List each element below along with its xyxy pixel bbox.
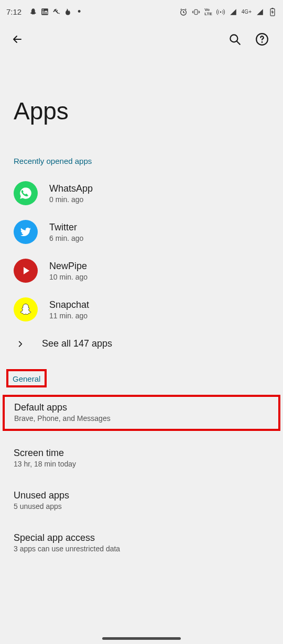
- svg-rect-1: [42, 11, 43, 14]
- signal-icon-1: [229, 8, 237, 16]
- svg-point-2: [42, 9, 43, 10]
- hotspot-icon: [216, 8, 225, 16]
- item-subtitle: 5 unused apps: [14, 502, 269, 510]
- alarm-icon: [179, 8, 188, 16]
- see-all-apps[interactable]: See all 147 apps: [0, 329, 283, 359]
- svg-point-5: [220, 11, 221, 13]
- svg-rect-7: [271, 8, 273, 9]
- app-meta: 6 min. ago: [49, 234, 83, 242]
- app-name: Snapchat: [49, 299, 89, 310]
- chevron-right-icon: [14, 340, 38, 348]
- search-icon: [228, 32, 242, 46]
- app-meta: 0 min. ago: [49, 195, 93, 204]
- item-title: Special app access: [14, 532, 269, 543]
- app-header: [0, 24, 283, 55]
- tools-notification-icon: [52, 8, 60, 16]
- newpipe-icon: [14, 259, 38, 283]
- twitter-icon: [14, 220, 38, 244]
- status-bar: 7:12 • VoLTE: [0, 0, 283, 24]
- snapchat-icon: [14, 297, 38, 321]
- nav-handle[interactable]: [102, 637, 181, 640]
- help-button[interactable]: [251, 28, 274, 51]
- back-button[interactable]: [9, 31, 25, 47]
- app-item-snapchat[interactable]: Snapchat 11 min. ago: [0, 290, 283, 329]
- app-item-whatsapp[interactable]: WhatsApp 0 min. ago: [0, 174, 283, 213]
- status-right: VoLTE 4G+: [179, 8, 277, 16]
- tinder-notification-icon: [63, 8, 72, 16]
- svg-rect-4: [195, 9, 198, 14]
- special-app-access-item[interactable]: Special app access 3 apps can use unrest…: [0, 524, 283, 561]
- app-item-twitter[interactable]: Twitter 6 min. ago: [0, 213, 283, 251]
- search-button[interactable]: [223, 28, 246, 51]
- status-left: 7:12 •: [6, 7, 83, 16]
- app-item-newpipe[interactable]: NewPipe 10 min. ago: [0, 251, 283, 290]
- svg-point-10: [262, 41, 263, 43]
- back-arrow-icon: [11, 33, 24, 46]
- vibrate-icon: [192, 8, 200, 16]
- volte-icon: VoLTE: [204, 8, 212, 16]
- item-subtitle: 3 apps can use unrestricted data: [14, 545, 269, 553]
- help-icon: [255, 32, 269, 46]
- highlight-general-label: General: [6, 369, 47, 387]
- app-name: NewPipe: [49, 261, 88, 272]
- general-section-label: General: [13, 374, 40, 383]
- status-time: 7:12: [6, 7, 21, 16]
- network-label: 4G+: [242, 9, 252, 15]
- app-meta: 11 min. ago: [49, 312, 89, 320]
- linkedin-notification-icon: [40, 8, 49, 16]
- item-subtitle: Brave, Phone, and Messages: [14, 414, 269, 423]
- app-name: Twitter: [49, 222, 83, 233]
- app-name: WhatsApp: [49, 183, 93, 194]
- see-all-label: See all 147 apps: [42, 338, 112, 349]
- item-title: Default apps: [14, 402, 269, 413]
- page-title: Apps: [0, 55, 283, 157]
- screen-time-item[interactable]: Screen time 13 hr, 18 min today: [0, 439, 283, 476]
- whatsapp-icon: [14, 181, 38, 205]
- battery-icon: [268, 8, 277, 16]
- item-title: Unused apps: [14, 490, 269, 501]
- unused-apps-item[interactable]: Unused apps 5 unused apps: [0, 482, 283, 519]
- more-notification-icon: •: [75, 8, 83, 16]
- app-meta: 10 min. ago: [49, 273, 88, 281]
- item-title: Screen time: [14, 448, 269, 459]
- snapchat-notification-icon: [29, 8, 37, 16]
- item-subtitle: 13 hr, 18 min today: [14, 460, 269, 468]
- default-apps-item[interactable]: Default apps Brave, Phone, and Messages: [3, 395, 280, 431]
- recent-apps-label: Recently opened apps: [0, 157, 283, 174]
- signal-icon-2: [256, 8, 264, 16]
